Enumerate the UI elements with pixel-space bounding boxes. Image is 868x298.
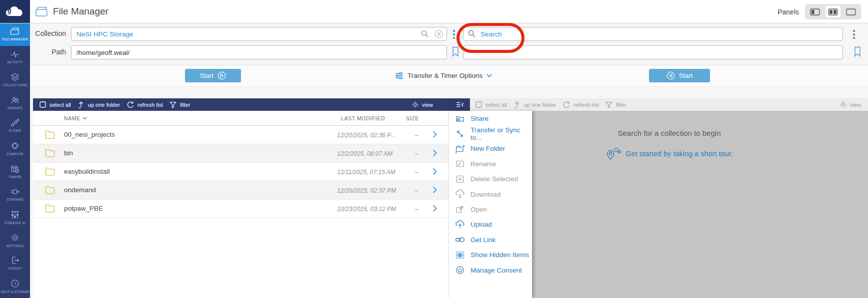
sidebar-item-help-sitemap[interactable]: ? HELP & SITEMAP [0, 275, 30, 298]
row-chevron-icon[interactable] [432, 131, 437, 138]
row-chevron-icon[interactable] [432, 205, 437, 212]
menu-item-transfer-or-sync[interactable]: Transfer or Sync to... [449, 126, 532, 141]
folder-icon [45, 186, 55, 194]
select-all-button[interactable]: select all [40, 101, 71, 108]
view-button-right[interactable]: view [840, 101, 861, 108]
menu-item-rename[interactable]: Rename [449, 156, 532, 171]
path-input-right[interactable] [463, 45, 843, 59]
collection-clear-icon[interactable] [434, 29, 444, 38]
refresh-icon [126, 101, 134, 108]
menu-item-manage-consent[interactable]: Manage Consent [449, 263, 532, 278]
play-right-icon [218, 71, 226, 80]
download-cloud-icon [455, 189, 465, 199]
table-header: NAME LAST MODIFIED SIZE [33, 111, 470, 126]
sidebar-item-groups[interactable]: GROUPS [0, 92, 30, 115]
view-gear-icon [840, 101, 847, 108]
table-row[interactable]: bin 12/2/2025, 08:07 AM – [33, 144, 470, 163]
sliders-icon [395, 72, 404, 79]
file-list-panel: NAME LAST MODIFIED SIZE 00_nesi_projects… [33, 111, 470, 298]
menu-item-new-folder[interactable]: New Folder [449, 141, 532, 156]
sidebar-item-file-manager[interactable]: FILE MANAGER [0, 23, 30, 46]
start-transfer-left-button[interactable]: Start [185, 69, 241, 82]
collection-search-icon[interactable] [420, 29, 429, 38]
column-header-name[interactable]: NAME [64, 115, 87, 121]
sidebar-item-logout[interactable]: LOGOUT [0, 252, 30, 275]
delete-icon [455, 174, 465, 184]
sidebar-item-settings[interactable]: SETTINGS [0, 229, 30, 252]
sidebar-item-timers[interactable]: TIMERS [0, 161, 30, 184]
page-title: File Manager [53, 6, 108, 17]
collection-menu-dots-right[interactable] [853, 29, 855, 40]
up-one-folder-button[interactable]: up one folder [78, 101, 120, 108]
menu-item-share[interactable]: Share [449, 111, 532, 126]
row-chevron-icon[interactable] [432, 168, 437, 175]
filter-button-right[interactable]: filter [606, 101, 626, 108]
chevron-down-icon [486, 74, 492, 77]
folder-icon [45, 130, 55, 139]
row-chevron-icon[interactable] [432, 186, 437, 194]
collapse-panel-button[interactable] [456, 101, 464, 108]
table-row[interactable]: 00_nesi_projects 12/20/2025, 02:36 P... … [33, 126, 470, 144]
table-row[interactable]: ondemand 12/20/2025, 02:37 PM – [33, 181, 470, 200]
path-field-right [463, 45, 843, 59]
folder-icon [45, 167, 55, 176]
start-transfer-right-button[interactable]: Start [649, 69, 710, 82]
search-icon [468, 29, 476, 38]
menu-item-download[interactable]: Download [449, 187, 532, 202]
streams-icon [10, 188, 20, 196]
up-arrow-icon [514, 101, 520, 108]
table-row[interactable]: easybuildinstall 12/11/2025, 07:15 AM – [33, 163, 470, 181]
folder-icon [45, 149, 55, 157]
select-all-button-right[interactable]: select all [476, 101, 507, 108]
path-label: Path [30, 48, 66, 56]
filter-button[interactable]: filter [170, 101, 190, 108]
column-header-size[interactable]: SIZE [406, 115, 419, 121]
view-button-left[interactable]: view [412, 101, 433, 108]
transfer-timer-options[interactable]: Transfer & Timer Options [395, 69, 492, 82]
transfer-bar: Start Transfer & Timer Options Start [30, 65, 868, 87]
share-icon [455, 113, 465, 123]
sidebar-item-flows[interactable]: FLOWS [0, 115, 30, 138]
collection-menu-dots-left[interactable] [453, 29, 455, 40]
menu-item-get-link[interactable]: Get Link [449, 232, 532, 247]
bookmark-icon-right[interactable] [854, 46, 862, 57]
panel-layout-single-collapsed-button[interactable] [808, 6, 822, 17]
up-one-folder-button-right[interactable]: up one folder [514, 101, 556, 108]
menu-item-delete-selected[interactable]: Delete Selected [449, 172, 532, 187]
sidebar-item-streams[interactable]: STREAMS [0, 183, 30, 206]
table-row[interactable]: potpaw_PBE 10/23/2025, 03:12 PM – [33, 200, 470, 218]
sidebar-item-collections[interactable]: COLLECTIONS [0, 69, 30, 92]
collection-label: Collection [30, 29, 66, 37]
help-icon: ? [10, 279, 20, 288]
collection-input-left[interactable] [71, 27, 447, 41]
file-toolbar-right: select all up one folder refresh list fi… [470, 98, 868, 111]
globus-logo[interactable]: g [0, 0, 30, 23]
panel-layout-single-button[interactable] [844, 6, 858, 17]
menu-item-open[interactable]: Open [449, 202, 532, 217]
column-header-last-modified[interactable]: LAST MODIFIED [341, 115, 385, 121]
checkbox-icon [40, 101, 46, 108]
consent-power-icon [455, 265, 465, 275]
main-area: Collection Path [30, 23, 868, 298]
upload-cloud-icon [455, 220, 465, 230]
people-icon [10, 96, 20, 104]
panel-layout-group [805, 4, 861, 19]
menu-item-show-hidden-items[interactable]: Show Hidden Items [449, 248, 532, 263]
chevron-down-icon [22, 222, 26, 224]
path-field-left [71, 45, 447, 59]
refresh-list-button-right[interactable]: refresh list [562, 101, 599, 108]
menu-item-upload[interactable]: Upload [449, 217, 532, 232]
bookmark-icon-left[interactable] [452, 46, 460, 57]
collection-search-input-right[interactable] [463, 27, 843, 41]
sort-chevron-icon [82, 117, 87, 120]
path-input-left[interactable] [71, 45, 447, 59]
panel-layout-split-button[interactable] [826, 6, 840, 17]
show-hidden-eye-icon [455, 250, 465, 260]
panels-label: Panels [778, 8, 799, 16]
sidebar-item-activity[interactable]: ACTIVITY [0, 46, 30, 69]
sidebar-item-compute[interactable]: COMPUTE [0, 138, 30, 161]
refresh-list-button[interactable]: refresh list [126, 101, 163, 108]
sidebar-item-console[interactable]: CONSOLE [0, 206, 30, 229]
file-toolbar-left: select all up one folder refresh list fi… [33, 98, 470, 111]
row-chevron-icon[interactable] [432, 149, 437, 157]
